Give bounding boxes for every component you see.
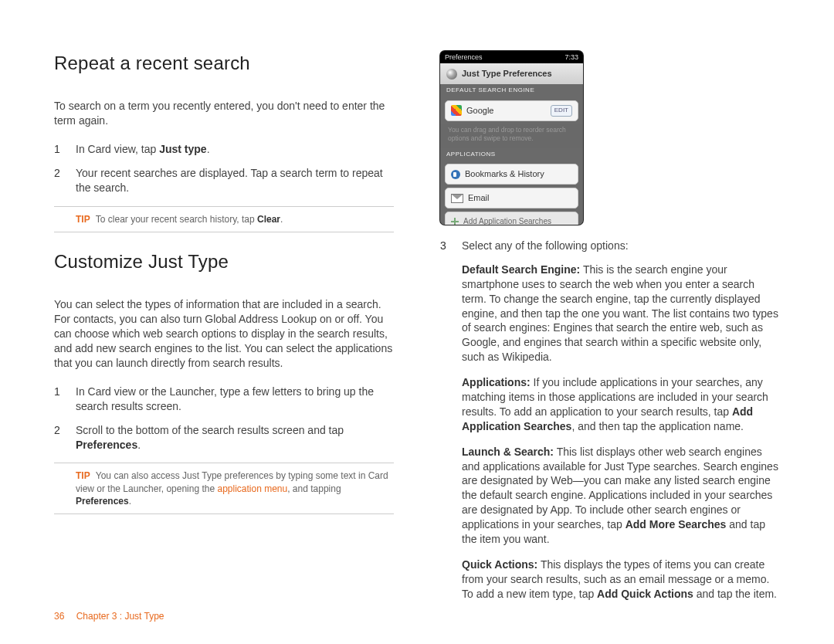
- option-text: This is the search engine your smartphon…: [462, 263, 778, 363]
- row-email: Email: [445, 188, 578, 208]
- page-footer: 36 Chapter 3 : Just Type: [54, 610, 164, 622]
- phone-title-text: Just Type Preferences: [462, 68, 552, 80]
- step-2: 2 Scroll to the bottom of the search res…: [54, 423, 394, 452]
- status-time: 7:33: [564, 53, 578, 62]
- step-body: Select any of the following options:: [462, 239, 780, 253]
- intro-repeat-search: To search on a term you recently entered…: [54, 99, 394, 128]
- just-type-icon: [446, 69, 457, 80]
- step-1: 1 In Card view or the Launcher, type a f…: [54, 385, 394, 414]
- option-quick-actions: Quick Actions: This displays the types o…: [462, 558, 780, 602]
- step-2: 2 Your recent searches are displayed. Ta…: [54, 166, 394, 195]
- tip-label: TIP: [76, 214, 90, 225]
- chapter-label: Chapter 3 : Just Type: [76, 611, 164, 622]
- option-post: , and then tap the application name.: [571, 420, 744, 432]
- tip-repeat-search: TIP To clear your recent search history,…: [54, 206, 394, 232]
- reorder-hint: You can drag and drop to reorder search …: [440, 124, 583, 148]
- row-email-label: Email: [468, 192, 490, 204]
- tip-bold: Clear: [257, 214, 280, 225]
- option-lead: Launch & Search:: [462, 446, 554, 458]
- page-number: 36: [54, 611, 64, 622]
- row-bookmarks: Bookmarks & History: [445, 164, 578, 185]
- right-column: Preferences 7:33 Just Type Preferences D…: [440, 51, 780, 612]
- step-body: Your recent searches are displayed. Tap …: [76, 166, 394, 195]
- steps-customize: 1 In Card view or the Launcher, type a f…: [54, 385, 394, 452]
- phone-title-bar: Just Type Preferences: [440, 63, 583, 84]
- left-column: Repeat a recent search To search on a te…: [54, 51, 394, 612]
- bookmarks-icon: [451, 170, 460, 179]
- tip-label: TIP: [76, 470, 90, 481]
- heading-customize: Customize Just Type: [54, 249, 394, 274]
- step-bold: Just type: [159, 143, 206, 155]
- option-post: and tap the item.: [693, 588, 777, 600]
- option-lead: Quick Actions:: [462, 558, 537, 571]
- steps-repeat-search: 1 In Card view, tap Just type. 2 Your re…: [54, 142, 394, 195]
- phone-status-bar: Preferences 7:33: [440, 51, 583, 63]
- tip-mid: , and tapping: [287, 483, 341, 494]
- step-bold: Preferences: [76, 439, 137, 451]
- screenshot-just-type-prefs: Preferences 7:33 Just Type Preferences D…: [440, 51, 583, 225]
- step-pre: In Card view, tap: [76, 143, 159, 155]
- step-number: 2: [54, 166, 76, 195]
- heading-repeat-search: Repeat a recent search: [54, 51, 394, 76]
- step-body: Scroll to the bottom of the search resul…: [76, 423, 394, 452]
- google-icon: [451, 105, 462, 116]
- row-add-label: Add Application Searches: [463, 216, 551, 225]
- edit-button: EDIT: [551, 105, 572, 117]
- step-number: 3: [440, 239, 462, 253]
- option-launch-search: Launch & Search: This list displays othe…: [462, 445, 780, 547]
- option-bold: Add Quick Actions: [597, 588, 693, 600]
- tip-post: .: [280, 214, 283, 225]
- tip-bold: Preferences: [76, 496, 129, 507]
- option-lead: Default Search Engine:: [462, 263, 580, 276]
- section-applications: APPLICATIONS: [440, 148, 583, 161]
- option-bold: Add More Searches: [626, 518, 727, 530]
- step-1: 1 In Card view, tap Just type.: [54, 142, 394, 157]
- step-number: 1: [54, 142, 76, 157]
- tip-post: .: [129, 496, 131, 507]
- row-google: Google EDIT: [445, 100, 578, 121]
- link-application-menu[interactable]: application menu: [217, 483, 287, 494]
- row-bookmarks-label: Bookmarks & History: [465, 168, 544, 180]
- option-applications: Applications: If you include application…: [462, 375, 780, 434]
- step-pre: Scroll to the bottom of the search resul…: [76, 424, 344, 436]
- step-body: In Card view or the Launcher, type a few…: [76, 385, 394, 414]
- step-body: In Card view, tap Just type.: [76, 142, 394, 157]
- step-number: 1: [54, 385, 76, 414]
- step-post: .: [207, 143, 210, 155]
- row-add-app-searches: Add Application Searches: [445, 212, 578, 225]
- tip-customize: TIP You can also access Just Type prefer…: [54, 463, 394, 514]
- option-lead: Applications:: [462, 376, 531, 388]
- mail-icon: [451, 194, 463, 203]
- plus-icon: [451, 218, 459, 225]
- step-3: 3 Select any of the following options:: [440, 239, 780, 253]
- step-number: 2: [54, 423, 76, 452]
- step-post: .: [137, 439, 141, 451]
- status-left: Preferences: [445, 53, 483, 62]
- tip-pre: To clear your recent search history, tap: [96, 214, 257, 225]
- row-google-label: Google: [466, 105, 493, 117]
- section-default-engine: DEFAULT SEARCH ENGINE: [440, 84, 583, 97]
- option-default-engine: Default Search Engine: This is the searc…: [462, 263, 780, 364]
- intro-customize: You can select the types of information …: [54, 297, 394, 370]
